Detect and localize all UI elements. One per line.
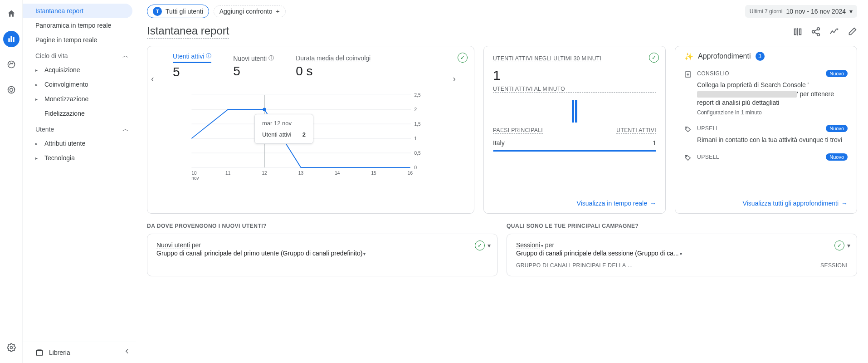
col-active-users: UTENTI ATTIVI [616,127,656,134]
info-icon: ⓘ [268,54,274,62]
svg-text:13: 13 [298,171,304,176]
metric-engagement[interactable]: Durata media del coinvolgi 0 s [296,54,371,78]
insights-count: 3 [756,52,765,61]
caret-right-icon: ▸ [35,141,39,146]
svg-point-11 [817,27,820,30]
caret-down-icon[interactable]: ▾ [847,242,850,249]
svg-point-23 [263,108,266,111]
metric-new-users[interactable]: Nuovi utenti ⓘ 5 [233,54,274,78]
svg-text:0: 0 [414,165,417,170]
sidebar-item-realtime-overview[interactable]: Panoramica in tempo reale [23,18,132,33]
date-range-label: Ultimi 7 giorni [750,8,783,15]
caret-right-icon: ▸ [35,156,39,161]
chart-tooltip: mar 12 nov Utenti attivi2 [254,114,313,144]
sidebar-section-lifecycle[interactable]: Ciclo di vita ︿ [23,47,136,63]
plus-box-icon [684,71,692,78]
caret-down-icon[interactable]: ▾ [488,242,491,249]
sidebar-item-realtime-pages[interactable]: Pagine in tempo reale [23,33,132,47]
prev-metric-button[interactable]: ‹ [151,74,154,84]
svg-point-6 [10,347,12,349]
col-channel-group: GRUPPO DI CANALI PRINCIPALE DELLA … [516,262,633,269]
audience-badge: T [153,7,162,16]
metric-name[interactable]: Sessioni [516,241,540,249]
sidebar-item-technology[interactable]: ▸Tecnologia [23,151,136,165]
insight-item[interactable]: UPSELL Nuovo Rimani in contatto con la t… [684,120,848,149]
add-comparison-chip[interactable]: Aggiungi confronto + [214,5,286,17]
compare-icon[interactable] [793,27,803,37]
date-range-value: 10 nov - 16 nov 2024 [786,8,846,15]
info-icon: ⓘ [206,52,211,60]
svg-text:15: 15 [371,171,377,176]
sidebar-item-retention[interactable]: ▸Fidelizzazione [23,106,136,121]
chevron-up-icon: ︿ [122,125,129,133]
caret-down-icon: ▾ [849,8,853,15]
realtime-card: ✓ UTENTI ATTIVI NEGLI ULTIMI 30 MINUTI 1… [483,46,666,214]
svg-rect-9 [800,29,801,34]
insights-title: Approfondimenti [698,52,751,60]
main-content: T Tutti gli utenti Aggiungi confronto + … [136,0,868,363]
insights-icon[interactable] [829,27,839,37]
svg-text:2,5: 2,5 [414,93,421,98]
svg-text:1: 1 [414,136,417,141]
realtime-value: 1 [493,68,656,83]
svg-text:2: 2 [414,107,417,112]
view-realtime-link[interactable]: Visualizza in tempo reale → [577,200,656,207]
sidebar-library[interactable]: Libreria [23,342,136,363]
arrow-right-icon: → [841,200,848,207]
explore-icon[interactable] [3,56,20,73]
tag-icon [684,154,692,162]
insight-item[interactable]: UPSELL Nuovo [684,149,848,162]
dimension-selector[interactable]: Gruppo di canali principale della sessio… [516,250,848,257]
svg-point-5 [10,88,13,92]
sidebar-item-monetization[interactable]: ▸Monetizzazione [23,92,136,106]
svg-line-15 [814,32,817,34]
new-users-card: ✓ ▾ Nuovi utenti per Gruppo di canali pr… [147,234,497,276]
check-icon[interactable]: ✓ [834,240,844,250]
insight-item[interactable]: CONSIGLIO Nuovo Collega la proprietà di … [684,65,848,120]
share-icon[interactable] [811,27,821,37]
svg-text:14: 14 [335,171,340,176]
caret-right-icon: ▸ [35,82,39,87]
audience-label: Tutti gli utenti [166,8,203,15]
svg-text:0,5: 0,5 [414,151,421,156]
svg-line-14 [814,29,817,31]
svg-point-4 [8,87,15,93]
view-all-insights-link[interactable]: Visualizza tutti gli approfondimenti → [743,200,848,207]
section-question-1: DA DOVE PROVENGONO I NUOVI UTENTI? [147,223,497,234]
metric-name[interactable]: Nuovi utenti [156,241,190,249]
check-icon[interactable]: ✓ [458,53,468,63]
svg-text:12: 12 [262,171,267,176]
audience-chip[interactable]: T Tutti gli utenti [147,5,209,18]
sidebar-section-user[interactable]: Utente ︿ [23,121,136,136]
metric-active-users[interactable]: Utenti attivi ⓘ 5 [173,54,211,79]
topbar: T Tutti gli utenti Aggiungi confronto + … [136,0,868,20]
edit-icon[interactable] [847,27,857,37]
dimension-selector[interactable]: Gruppo di canali principale del primo ut… [156,250,488,257]
admin-icon[interactable] [3,339,20,356]
caret-right-icon: ▸ [35,68,39,73]
sidebar-item-snapshot[interactable]: Istantanea report [23,4,132,18]
check-icon[interactable]: ✓ [649,53,659,63]
svg-point-41 [686,127,687,128]
arrow-right-icon: → [650,200,656,207]
next-metric-button[interactable]: › [453,74,456,84]
sidebar-item-user-attributes[interactable]: ▸Attributi utente [23,136,136,151]
check-icon[interactable]: ✓ [475,240,485,250]
home-icon[interactable] [3,5,20,22]
reports-icon[interactable] [3,31,20,47]
svg-point-3 [8,61,15,68]
insights-card: ✨ Approfondimenti 3 CONSIGLIO Nuovo Coll… [675,46,857,214]
realtime-title: UTENTI ATTIVI NEGLI ULTIMI 30 MINUTI [493,55,601,62]
sidebar-item-acquisition[interactable]: ▸Acquisizione [23,63,136,77]
sidebar-item-engagement[interactable]: ▸Coinvolgimento [23,77,136,92]
table-row: Italy 1 [493,136,656,150]
date-range-picker[interactable]: Ultimi 7 giorni 10 nov - 16 nov 2024 ▾ [745,5,857,18]
tag-icon [684,126,692,133]
col-countries: PAESI PRINCIPALI [493,127,543,134]
collapse-sidebar-button[interactable] [120,344,134,358]
ads-icon[interactable] [3,82,20,98]
line-chart: 2,5 2 1,5 1 0,5 0 10 nov 11 12 13 [164,87,451,200]
svg-rect-1 [10,36,12,42]
svg-point-13 [817,33,820,36]
sparkle-icon: ✨ [684,52,693,61]
